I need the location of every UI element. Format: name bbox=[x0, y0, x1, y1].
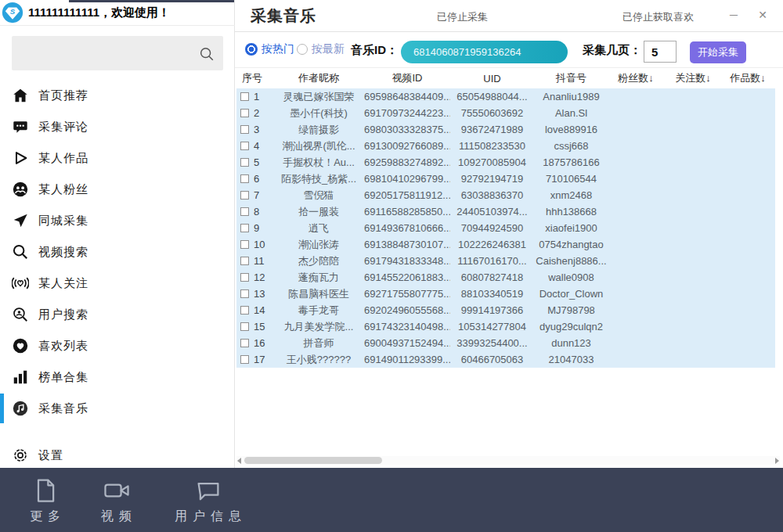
cell-douyin-id: dyug29culqn2 bbox=[534, 321, 608, 332]
music-id-label: 音乐ID： bbox=[351, 43, 398, 58]
cell-index: 16 bbox=[236, 337, 273, 349]
row-checkbox[interactable] bbox=[240, 289, 249, 298]
sort-by-hot-radio[interactable]: 按热门 bbox=[245, 42, 294, 56]
table-row[interactable]: 17王小贱??????69149011293399...604667050632… bbox=[236, 351, 775, 368]
scrollbar-thumb[interactable] bbox=[244, 457, 382, 464]
horizontal-scrollbar[interactable] bbox=[236, 456, 780, 465]
table-row[interactable]: 6陌影特技_杨紫...69810410296799...927921947197… bbox=[236, 171, 775, 187]
cell-douyin-id: walle0908 bbox=[534, 271, 608, 283]
table-row[interactable]: 14毒手龙哥69202496055568...99914197366MJ7987… bbox=[236, 302, 775, 318]
row-checkbox[interactable] bbox=[240, 306, 249, 315]
broadcast-heart-icon bbox=[12, 275, 29, 292]
cell-video-id: 69116588285850... bbox=[364, 206, 450, 217]
bottombar-item-user-info[interactable]: 用户信息 bbox=[175, 475, 241, 525]
cell-nickname: 墨小仟(科技) bbox=[273, 106, 364, 120]
cell-nickname: 逍飞 bbox=[273, 221, 364, 235]
row-checkbox[interactable] bbox=[240, 240, 249, 249]
table-row[interactable]: 16拼音师69004937152494...33993254400...dunn… bbox=[236, 335, 775, 351]
row-checkbox[interactable] bbox=[240, 109, 249, 117]
sidebar-item-user-fans[interactable]: 某人粉丝 bbox=[0, 174, 235, 205]
bottombar-item-video[interactable]: 视频 bbox=[101, 475, 132, 525]
table-row[interactable]: 10潮汕张涛69138848730107...1022262463810754z… bbox=[236, 236, 775, 253]
cell-video-id: 69259883274892... bbox=[364, 156, 450, 168]
sidebar-item-like-list[interactable]: 喜欢列表 bbox=[0, 330, 235, 361]
cell-nickname: 蓬痴瓦力 bbox=[273, 271, 364, 285]
table-row[interactable]: 15九月美发学院...69174323140498...105314277804… bbox=[236, 318, 775, 335]
row-checkbox[interactable] bbox=[240, 322, 249, 331]
row-checkbox[interactable] bbox=[240, 142, 249, 150]
cell-index: 5 bbox=[236, 156, 273, 168]
page-title: 采集音乐 bbox=[251, 5, 316, 27]
row-checkbox[interactable] bbox=[240, 273, 249, 282]
col-header-follows-sort[interactable]: 关注数↓ bbox=[663, 71, 723, 85]
cell-douyin-id: 0754zhangtao bbox=[534, 239, 608, 250]
row-checkbox[interactable] bbox=[240, 191, 249, 200]
cell-nickname: 九月美发学院... bbox=[273, 320, 364, 334]
table-row[interactable]: 8拾一服装69116588285850...24405103974...hhh1… bbox=[236, 203, 775, 220]
cell-video-id: 69138848730107... bbox=[364, 239, 450, 250]
cell-video-id: 69149011293399... bbox=[364, 354, 450, 365]
table-row[interactable]: 5手握权杖！Au...69259883274892...109270085904… bbox=[236, 154, 775, 171]
sidebar-item-city-collect[interactable]: 同城采集 bbox=[0, 205, 235, 236]
sidebar-search-input[interactable] bbox=[12, 36, 223, 70]
row-index: 7 bbox=[254, 189, 259, 201]
row-checkbox[interactable] bbox=[240, 355, 249, 364]
scroll-right-arrow-icon[interactable] bbox=[775, 458, 779, 464]
pages-input[interactable] bbox=[644, 41, 677, 63]
bottombar-item-more[interactable]: 更多 bbox=[30, 475, 60, 525]
minimize-button[interactable]: ─ bbox=[724, 7, 743, 23]
sidebar-item-settings[interactable]: 设置 bbox=[0, 440, 235, 471]
cell-douyin-id: hhh138668 bbox=[534, 206, 608, 217]
play-icon bbox=[12, 149, 29, 167]
table-row[interactable]: 2墨小仟(科技)69170973244223...75550603692Alan… bbox=[236, 105, 775, 121]
cell-uid: 24405103974... bbox=[450, 206, 534, 217]
row-index: 11 bbox=[254, 255, 265, 267]
row-checkbox[interactable] bbox=[240, 174, 249, 183]
table-body: 1灵魂已嫁张国荣69598648384409...65054988044...A… bbox=[236, 88, 775, 368]
cell-index: 3 bbox=[236, 124, 273, 135]
sidebar-item-user-search[interactable]: 用户搜索 bbox=[0, 299, 235, 330]
cell-douyin-id: xnm2468 bbox=[534, 189, 608, 201]
close-button[interactable]: ✕ bbox=[753, 7, 772, 23]
row-checkbox[interactable] bbox=[240, 158, 249, 167]
row-checkbox[interactable] bbox=[240, 92, 249, 101]
row-index: 16 bbox=[254, 337, 265, 349]
table-row[interactable]: 4潮汕视界(凯伦...69130092766089...111508233530… bbox=[236, 138, 775, 154]
row-checkbox[interactable] bbox=[240, 224, 249, 232]
sort-by-new-radio[interactable]: 按最新 bbox=[297, 42, 345, 56]
row-checkbox[interactable] bbox=[240, 207, 249, 216]
table-row[interactable]: 11杰少陪陪69179431833348...11167016170...Cai… bbox=[236, 253, 775, 269]
sidebar-item-video-search[interactable]: 视频搜索 bbox=[0, 236, 235, 268]
cell-nickname: 拼音师 bbox=[273, 336, 364, 350]
table-row[interactable]: 3绿箭摄影69803033328375...93672471989love889… bbox=[236, 121, 775, 138]
col-header-video-id: 视频ID bbox=[364, 71, 450, 85]
sidebar-item-rank-collection[interactable]: 榜单合集 bbox=[0, 361, 235, 393]
table-row[interactable]: 13陈昌脑科医生69271755807775...88103340519Doct… bbox=[236, 286, 775, 302]
col-header-fans-sort[interactable]: 粉丝数↓ bbox=[608, 71, 663, 85]
sidebar-item-collect-music[interactable]: 采集音乐 bbox=[0, 393, 235, 424]
cell-nickname: 杰少陪陪 bbox=[273, 254, 364, 268]
table-row[interactable]: 9逍飞69149367810666...70944924590xiaofei19… bbox=[236, 220, 775, 236]
start-collect-button[interactable]: 开始采集 bbox=[690, 41, 746, 63]
col-header-works-sort[interactable]: 作品数↓ bbox=[723, 71, 773, 85]
table-row[interactable]: 7雪倪猫69205175811912...63038836370xnm2468 bbox=[236, 187, 775, 203]
cell-douyin-id: 710106544 bbox=[534, 173, 608, 185]
cell-index: 10 bbox=[236, 239, 273, 250]
row-checkbox[interactable] bbox=[240, 339, 249, 347]
music-id-input[interactable] bbox=[401, 41, 568, 63]
pages-label: 采集几页： bbox=[583, 43, 641, 58]
app-logo-icon: S bbox=[2, 2, 23, 23]
sidebar-item-user-works[interactable]: 某人作品 bbox=[0, 142, 235, 174]
sidebar-item-collect-comments[interactable]: 采集评论 bbox=[0, 111, 235, 142]
cell-nickname: 陈昌脑科医生 bbox=[273, 287, 364, 301]
row-checkbox[interactable] bbox=[240, 257, 249, 265]
sidebar-item-home-recommend[interactable]: 首页推荐 bbox=[0, 80, 235, 111]
cell-uid: 105314277804 bbox=[450, 321, 534, 332]
table-row[interactable]: 12蓬痴瓦力69145522061883...60807827418walle0… bbox=[236, 269, 775, 286]
cell-video-id: 69145522061883... bbox=[364, 271, 450, 283]
search-icon[interactable] bbox=[198, 45, 215, 63]
row-checkbox[interactable] bbox=[240, 125, 249, 134]
table-row[interactable]: 1灵魂已嫁张国荣69598648384409...65054988044...A… bbox=[236, 88, 775, 105]
scroll-left-arrow-icon[interactable] bbox=[237, 458, 241, 464]
sidebar-item-user-follows[interactable]: 某人关注 bbox=[0, 268, 235, 299]
